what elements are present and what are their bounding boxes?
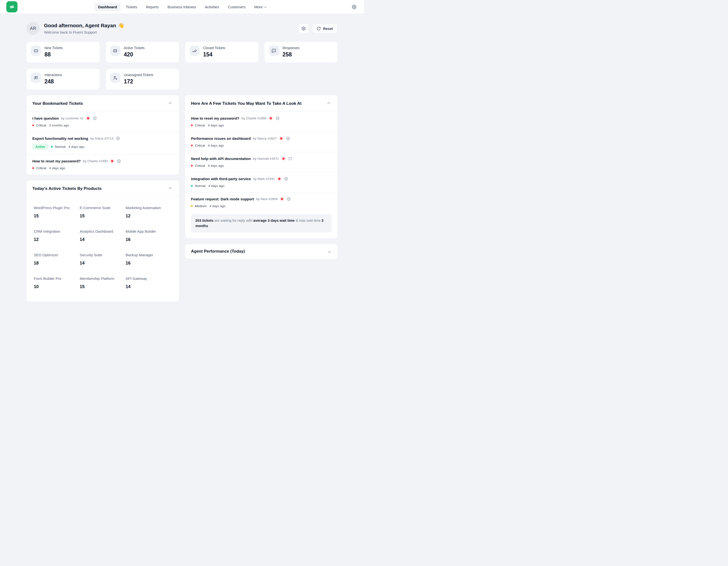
ticket-title[interactable]: Need help with API documentation: [191, 156, 251, 161]
chevron-down-icon: [264, 5, 267, 8]
nav-reports[interactable]: Reports: [142, 3, 163, 11]
ticket-row[interactable]: Need help with API documentation by Hann…: [185, 152, 338, 172]
unread-dot-icon: [281, 156, 286, 161]
priority-label: Critical: [36, 123, 46, 127]
ticket-row[interactable]: Export functionality not working by Dian…: [26, 132, 179, 154]
stat-card-active-tickets: Active Tickets 420: [106, 42, 179, 62]
ticket-row[interactable]: Integration with third-party service by …: [185, 172, 338, 192]
product-item: SEO Optimizer18: [34, 253, 80, 266]
stat-label: Unassigned Tickets: [124, 72, 153, 77]
product-count: 10: [34, 284, 80, 289]
agent-performance-header[interactable]: Agent Performance (Today): [185, 244, 338, 259]
nav-activities[interactable]: Activities: [201, 3, 223, 11]
stat-value: 154: [203, 51, 225, 58]
reset-button[interactable]: Reset: [312, 24, 338, 34]
collapse-chevron-up-icon[interactable]: [168, 185, 173, 192]
stat-card-new-tickets: New Tickets 88: [26, 42, 100, 62]
globe-icon: [286, 197, 291, 201]
priority-dot: [191, 145, 193, 146]
wave-emoji: 👋: [118, 23, 124, 28]
suggested-tickets-title: Here Are A Few Tickets You May Want To T…: [191, 101, 302, 106]
priority-dot: [191, 124, 193, 126]
ticket-byline: by Alice #2959: [256, 197, 277, 201]
collapse-chevron-up-icon[interactable]: [168, 100, 173, 107]
globe-icon: [117, 159, 121, 163]
ticket-time: 4 days ago: [209, 204, 225, 208]
ticket-title[interactable]: I have question: [32, 116, 59, 120]
nav-tickets[interactable]: Tickets: [122, 3, 141, 11]
ticket-title[interactable]: Performance issues on dashboard: [191, 136, 251, 140]
product-item: Marketing Automation12: [126, 206, 172, 218]
unread-dot-icon: [277, 176, 282, 181]
globe-icon: [275, 116, 280, 121]
priority-dot: [51, 146, 53, 147]
stats-grid: New Tickets 88 Active Tickets 420 Closed…: [26, 42, 338, 89]
priority-label: Critical: [195, 123, 205, 127]
ticket-row[interactable]: I have question by customer #1 Critical …: [26, 112, 179, 132]
stat-card-unassigned-tickets: Unassigned Tickets 172: [106, 69, 179, 89]
product-count: 15: [80, 284, 126, 289]
bookmarked-tickets-title: Your Bookmarked Tickets: [32, 101, 83, 106]
ticket-active-icon: [110, 45, 121, 56]
suggested-tickets-card: Here Are A Few Tickets You May Want To T…: [185, 95, 338, 238]
collapse-chevron-up-icon[interactable]: [327, 100, 332, 107]
global-settings-gear-icon[interactable]: [351, 3, 358, 10]
nav-more-label: More: [254, 5, 262, 9]
main-nav: Dashboard Tickets Reports Business Inbox…: [94, 3, 269, 11]
expand-chevron-down-icon[interactable]: [327, 248, 332, 255]
summary-text: are waiting for reply with: [213, 218, 253, 222]
product-count: 14: [80, 260, 126, 266]
product-name: Membership Platform: [80, 276, 126, 280]
priority-label: Critical: [36, 166, 46, 170]
product-count: 14: [80, 237, 126, 242]
status-badge: Active: [32, 144, 48, 150]
globe-icon: [116, 136, 120, 141]
product-name: Analytics Dashboard: [80, 229, 126, 233]
avatar: AR: [26, 22, 40, 35]
nav-business-inboxes[interactable]: Business Inboxes: [164, 3, 200, 11]
ticket-title[interactable]: Feature request: Dark mode support: [191, 197, 254, 201]
ticket-row[interactable]: Performance issues on dashboard by Nancy…: [185, 132, 338, 152]
product-name: API Gateway: [126, 276, 172, 280]
ticket-time: 4 days ago: [208, 144, 224, 147]
ticket-title[interactable]: Export functionality not working: [32, 136, 88, 140]
ticket-byline: by customer #1: [61, 116, 83, 120]
product-item: Analytics Dashboard14: [80, 229, 126, 242]
product-count: 12: [126, 213, 172, 218]
ticket-row[interactable]: How to reset my password? by Charlie #19…: [185, 112, 338, 132]
ticket-title[interactable]: How to reset my password?: [191, 116, 239, 120]
ticket-row[interactable]: Feature request: Dark mode support by Al…: [185, 192, 338, 212]
priority-label: Medium: [195, 204, 207, 208]
product-name: WordPress Plugin Pro: [34, 206, 80, 210]
product-count: 16: [126, 260, 172, 266]
globe-icon: [286, 136, 290, 141]
priority-dot: [32, 167, 34, 169]
nav-dashboard[interactable]: Dashboard: [94, 3, 121, 11]
product-name: E-Commerce Suite: [80, 206, 126, 210]
product-item: Mobile App Builder16: [126, 229, 172, 242]
ticket-title[interactable]: How to reset my password?: [32, 159, 81, 163]
product-item: API Gateway14: [126, 276, 172, 289]
agent-performance-card: Agent Performance (Today): [185, 244, 338, 259]
unread-dot-icon: [269, 116, 273, 121]
product-item: Membership Platform15: [80, 276, 126, 289]
unread-dot-icon: [110, 159, 114, 163]
nav-customers[interactable]: Customers: [224, 3, 249, 11]
summary-ticket-count: 203 tickets: [195, 218, 213, 222]
ticket-title[interactable]: Integration with third-party service: [191, 177, 251, 181]
nav-more[interactable]: More: [251, 3, 269, 11]
ticket-row[interactable]: How to reset my password? by Charlie #19…: [26, 154, 179, 174]
product-count: 16: [126, 237, 172, 242]
stat-value: 88: [44, 51, 63, 58]
fluent-support-logo[interactable]: [6, 1, 17, 12]
product-item: Security Suite14: [80, 253, 126, 266]
product-count: 15: [80, 213, 126, 218]
stat-card-closed-tickets: Closed Tickets 154: [185, 42, 258, 62]
dashboard-settings-gear-icon[interactable]: [299, 24, 309, 34]
product-count: 15: [34, 213, 80, 218]
priority-label: Normal: [55, 145, 66, 148]
stat-label: New Tickets: [44, 45, 63, 50]
globe-icon: [93, 116, 97, 121]
priority-dot: [191, 185, 193, 187]
priority-label: Critical: [195, 144, 205, 147]
